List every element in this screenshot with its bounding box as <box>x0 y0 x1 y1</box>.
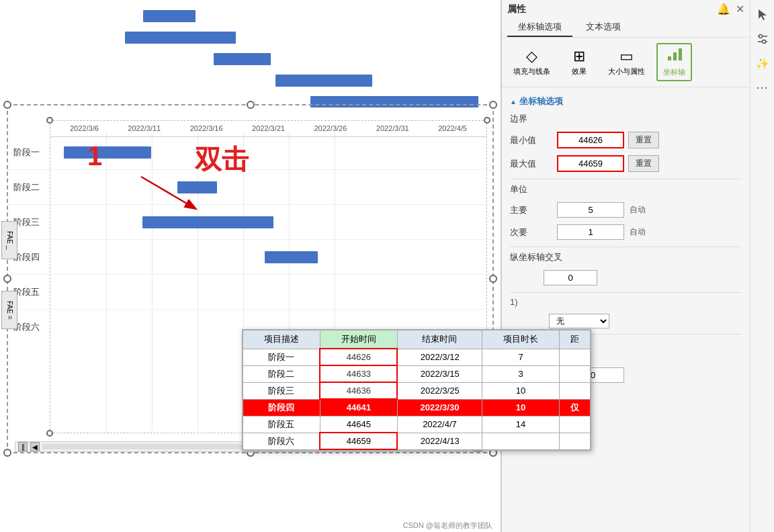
scroll-btn-pause[interactable]: ‖ <box>18 442 28 451</box>
none-dropdown[interactable]: 无 <box>549 314 609 328</box>
close-icon[interactable]: ✕ <box>736 3 744 15</box>
bell-icon[interactable]: 🔔 <box>717 3 730 15</box>
cell-desc-4: 阶段四 <box>243 399 320 416</box>
cell-dist-3 <box>559 382 590 399</box>
handle-tl[interactable] <box>3 101 11 109</box>
axis-label: 坐标轴 <box>663 67 685 77</box>
tab-axis-options[interactable]: 坐标轴选项 <box>507 18 572 37</box>
format-fill-icon[interactable]: ◇ 填充与线条 <box>507 44 556 80</box>
cell-dur-5: 14 <box>482 416 560 433</box>
major-row: 主要 自动 <box>510 202 742 218</box>
settings-icon[interactable] <box>753 30 772 48</box>
inner-handle-bl[interactable] <box>46 430 53 437</box>
minor-auto: 自动 <box>630 226 646 238</box>
major-input[interactable] <box>557 202 624 218</box>
cross-row: 纵坐标轴交叉 <box>510 251 742 263</box>
effects-label: 效果 <box>572 66 587 77</box>
col-header-desc: 项目描述 <box>243 330 320 349</box>
cell-dur-6 <box>482 433 560 449</box>
data-table: 项目描述 开始时间 结束时间 项目时长 距 阶段一 44626 2022/3/1… <box>243 330 591 450</box>
major-auto: 自动 <box>630 204 646 216</box>
fae-label-bottom: FAE = <box>1 291 17 329</box>
minor-input[interactable] <box>557 224 624 240</box>
table-row: 阶段三 44636 2022/3/25 10 <box>243 382 591 399</box>
table-row: 阶段四 44641 2022/3/30 10 仅 <box>243 399 591 416</box>
cell-start-5: 44645 <box>320 416 397 433</box>
pointer-icon[interactable] <box>753 5 772 24</box>
gantt-top-rows <box>0 0 501 107</box>
gantt-row-4: 阶段四 <box>8 240 492 275</box>
min-input[interactable] <box>557 132 624 148</box>
boundary-row: 边界 <box>510 113 742 125</box>
divider-2 <box>510 247 742 247</box>
size-shape-icon: ▭ <box>619 48 634 65</box>
cross-input[interactable] <box>544 270 597 285</box>
more-options-icon[interactable]: ⋯ <box>753 78 772 97</box>
watermark: CSDN @翁老师的教学团队 <box>403 521 492 531</box>
section-axis-header: ▲ 坐标轴选项 <box>510 95 742 107</box>
min-label: 最小值 <box>510 134 557 146</box>
gantt-bar-1 <box>64 146 151 159</box>
svg-rect-2 <box>668 56 671 60</box>
unit-row: 单位 <box>510 183 742 195</box>
table-row: 阶段五 44645 2022/4/7 14 <box>243 416 591 433</box>
gantt-bar-area-4 <box>55 250 492 265</box>
cell-end-3: 2022/3/25 <box>397 382 482 399</box>
cell-end-6: 2022/4/13 <box>397 433 482 449</box>
far-right-bar: ✨ ⋯ <box>750 0 774 532</box>
panel-header-icons: 🔔 ✕ <box>717 3 744 15</box>
cell-end-4: 2022/3/30 <box>397 399 482 416</box>
magic-icon[interactable]: ✨ <box>753 54 772 73</box>
cell-start-3: 44636 <box>320 382 397 399</box>
cell-dist-5 <box>559 416 590 433</box>
cell-dist-2 <box>559 365 590 382</box>
arrow-indicator <box>128 171 215 215</box>
gantt-bar-area-3 <box>55 215 492 230</box>
gantt-row-1: 阶段一 <box>8 135 492 170</box>
cell-start-1: 44626 <box>320 349 397 365</box>
format-effects-icon[interactable]: ⊞ 效果 <box>562 44 597 80</box>
effects-shape-icon: ⊞ <box>573 48 585 65</box>
col-header-dist: 距 <box>559 330 590 349</box>
cross-label: 纵坐标轴交叉 <box>510 251 577 263</box>
table-row: 阶段一 44626 2022/3/12 7 <box>243 349 591 365</box>
svg-point-7 <box>759 35 762 38</box>
boundary-label: 边界 <box>510 113 557 125</box>
format-size-icon[interactable]: ▭ 大小与属性 <box>602 44 651 80</box>
table-row: 阶段六 44659 2022/4/13 <box>243 433 591 449</box>
gantt-row-5: 阶段五 <box>8 275 492 310</box>
scroll-btn-left[interactable]: ◀ <box>30 442 40 451</box>
max-input[interactable] <box>557 155 624 172</box>
paren-label: 1) <box>510 297 518 307</box>
size-label: 大小与属性 <box>608 66 645 77</box>
col-header-duration: 项目时长 <box>482 330 560 349</box>
cell-start-6: 44659 <box>320 433 397 449</box>
panel-tabs: 坐标轴选项 文本选项 <box>507 18 744 37</box>
paren-row: 1) <box>510 297 742 307</box>
handle-tm[interactable] <box>247 101 255 109</box>
min-value-row: 最小值 重置 3 <box>510 132 742 148</box>
cell-dist-4: 仅 <box>559 399 590 416</box>
major-label: 主要 <box>510 204 557 216</box>
max-reset-btn[interactable]: 重置 <box>628 155 659 172</box>
col-header-start: 开始时间 <box>320 330 397 349</box>
cell-dur-1: 7 <box>482 349 560 365</box>
gantt-bar-area-5 <box>55 285 492 300</box>
gantt-bar-3 <box>142 216 273 228</box>
min-reset-btn[interactable]: 重置 <box>628 132 659 148</box>
gantt-row-2: 阶段二 <box>8 170 492 205</box>
fill-shape-icon: ◇ <box>526 48 538 65</box>
chart-area: FAE _ FAE = <box>0 0 501 532</box>
cell-desc-2: 阶段二 <box>243 365 320 382</box>
cell-dist-6 <box>559 433 590 449</box>
handle-bl[interactable] <box>3 449 11 457</box>
svg-marker-5 <box>759 9 767 20</box>
panel-title: 属性 <box>507 3 526 15</box>
annotation-1: 1 <box>87 141 102 171</box>
cell-start-4: 44641 <box>320 399 397 416</box>
cell-end-1: 2022/3/12 <box>397 349 482 365</box>
format-axis-icon[interactable]: 坐标轴 <box>656 43 692 81</box>
handle-tr[interactable] <box>489 101 497 109</box>
tab-text-options[interactable]: 文本选项 <box>575 18 632 37</box>
axis-shape-icon <box>666 47 683 66</box>
